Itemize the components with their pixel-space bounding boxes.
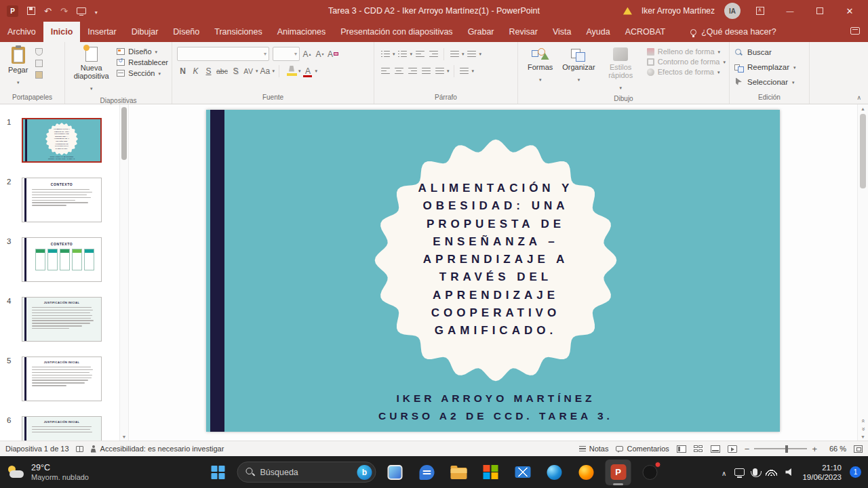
- taskbar-app-chat[interactable]: [414, 460, 440, 485]
- taskbar-app-mail[interactable]: [510, 460, 536, 485]
- font-color-dropdown-icon[interactable]: [315, 65, 317, 77]
- microphone-icon[interactable]: [753, 468, 757, 476]
- slide-subtitle[interactable]: IKER ARROYO MARTÍNEZ CURSO A2 DE CCD. TA…: [310, 390, 682, 425]
- tab-insertar[interactable]: Insertar: [80, 22, 123, 42]
- highlight-color-icon[interactable]: [287, 66, 297, 77]
- accessibility-status[interactable]: Accesibilidad: es necesario investigar: [90, 445, 224, 453]
- tab-ayuda[interactable]: Ayuda: [578, 22, 617, 42]
- case-dropdown-icon[interactable]: [272, 65, 275, 77]
- reading-view-button[interactable]: [711, 445, 720, 453]
- taskbar-app-photos[interactable]: [382, 460, 408, 485]
- taskbar-app-file-explorer[interactable]: [446, 460, 472, 485]
- shape-fill-button[interactable]: Relleno de forma: [647, 47, 726, 56]
- notification-count-badge[interactable]: 1: [850, 466, 861, 478]
- shrink-font-button[interactable]: A▾: [314, 47, 326, 60]
- paste-button[interactable]: Pegar: [5, 45, 31, 92]
- shape-effects-button[interactable]: Efectos de forma: [647, 68, 726, 76]
- find-button[interactable]: Buscar: [734, 45, 806, 59]
- shapes-button[interactable]: Formas: [523, 45, 557, 94]
- next-slide-icon[interactable]: [861, 426, 865, 432]
- tell-me-search[interactable]: ¿Qué desea hacer?: [690, 22, 776, 42]
- convert-smartart-icon[interactable]: [460, 68, 469, 75]
- normal-view-button[interactable]: [677, 445, 686, 453]
- tab-inicio[interactable]: Inicio: [43, 22, 81, 42]
- account-name[interactable]: Iker Arroyo Martínez: [642, 6, 715, 16]
- collapse-ribbon-icon[interactable]: [856, 94, 861, 101]
- font-color-button[interactable]: A: [302, 64, 313, 77]
- bold-button[interactable]: N: [177, 64, 189, 77]
- select-button[interactable]: Seleccionar: [734, 75, 806, 89]
- text-shadow-button[interactable]: S: [230, 64, 241, 77]
- canvas-scroll-down-icon[interactable]: [861, 434, 865, 439]
- slideshow-view-button[interactable]: [728, 445, 737, 453]
- columns-icon[interactable]: [435, 68, 444, 75]
- underline-button[interactable]: S: [203, 64, 214, 77]
- canvas-scrollbar[interactable]: [857, 104, 868, 441]
- volume-icon[interactable]: [785, 468, 794, 476]
- justify-icon[interactable]: [422, 68, 431, 75]
- alert-icon[interactable]: [623, 7, 632, 15]
- save-icon[interactable]: [27, 7, 35, 15]
- zoom-slider[interactable]: [754, 448, 807, 449]
- thumbnail-slide-5[interactable]: JUSTIFICACIÓN INICIAL: [22, 357, 102, 401]
- slide-layout-button[interactable]: Diseño: [117, 47, 168, 56]
- grow-font-button[interactable]: A▴: [301, 47, 313, 60]
- clear-formatting-button[interactable]: A: [327, 47, 339, 60]
- zoom-in-icon[interactable]: +: [812, 444, 817, 454]
- taskbar-app-powerpoint[interactable]: [606, 460, 631, 485]
- ribbon-display-options-button[interactable]: [750, 0, 770, 22]
- spacing-dropdown-icon[interactable]: [256, 65, 258, 77]
- zoom-slider-thumb[interactable]: [785, 445, 788, 453]
- canvas-scroll-up-icon[interactable]: [858, 104, 868, 111]
- spell-check-icon[interactable]: [76, 446, 83, 452]
- change-case-button[interactable]: Aa: [259, 64, 271, 77]
- quick-styles-button[interactable]: Estilos rápidos: [600, 45, 642, 94]
- restore-button[interactable]: [810, 0, 830, 22]
- align-right-icon[interactable]: [408, 68, 417, 75]
- align-left-icon[interactable]: [381, 68, 390, 75]
- format-painter-icon[interactable]: [35, 71, 43, 79]
- arrange-button[interactable]: Organizar: [557, 45, 599, 94]
- align-center-icon[interactable]: [395, 68, 403, 75]
- fit-to-window-icon[interactable]: [854, 445, 863, 453]
- zoom-out-icon[interactable]: −: [745, 444, 750, 454]
- tab-diseno[interactable]: Diseño: [165, 22, 207, 42]
- numbering-icon[interactable]: [398, 51, 407, 58]
- taskbar-app-firefox[interactable]: [574, 460, 599, 485]
- tab-animaciones[interactable]: Animaciones: [270, 22, 334, 42]
- close-button[interactable]: [840, 0, 860, 22]
- notes-button[interactable]: Notas: [579, 445, 609, 453]
- feedback-icon[interactable]: [850, 27, 860, 35]
- tab-transiciones[interactable]: Transiciones: [207, 22, 269, 42]
- paste-dropdown-icon[interactable]: [17, 76, 20, 88]
- previous-slide-icon[interactable]: [861, 418, 865, 424]
- start-slideshow-icon[interactable]: [77, 7, 86, 14]
- tab-grabar[interactable]: Grabar: [460, 22, 502, 42]
- customize-toolbar-icon[interactable]: [95, 5, 98, 17]
- taskbar-app-edge[interactable]: [542, 460, 568, 485]
- avatar[interactable]: IA: [724, 3, 741, 19]
- start-button[interactable]: [205, 460, 231, 485]
- font-name-select[interactable]: [177, 47, 269, 61]
- slide-sorter-view-button[interactable]: [694, 445, 703, 453]
- slide-canvas[interactable]: ALIMENTACIÓN Y OBESIDAD: UNA PROPUESTA D…: [206, 110, 780, 432]
- line-spacing-icon[interactable]: [450, 51, 459, 58]
- undo-icon[interactable]: [44, 7, 52, 16]
- tab-acrobat[interactable]: ACROBAT: [618, 22, 673, 42]
- bullets-icon[interactable]: [381, 51, 390, 58]
- italic-button[interactable]: K: [190, 64, 201, 77]
- tab-presentacion[interactable]: Presentación con diapositivas: [333, 22, 460, 42]
- decrease-indent-icon[interactable]: [416, 51, 425, 58]
- cut-icon[interactable]: [35, 48, 43, 56]
- copy-icon[interactable]: [35, 60, 43, 67]
- thumbnail-slide-3[interactable]: CONTEXTO: [22, 237, 102, 282]
- font-size-select[interactable]: [273, 47, 300, 61]
- minimize-button[interactable]: [780, 0, 800, 22]
- thumbnail-scroll-down-icon[interactable]: [120, 434, 128, 439]
- highlight-dropdown-icon[interactable]: [298, 65, 301, 77]
- text-direction-icon[interactable]: [467, 51, 476, 58]
- hidden-icons-chevron-icon[interactable]: [722, 466, 726, 479]
- slide-counter[interactable]: Diapositiva 1 de 13: [5, 445, 69, 453]
- shape-outline-button[interactable]: Contorno de forma: [647, 58, 726, 66]
- weather-widget[interactable]: 29°C Mayorm. nublado: [7, 463, 89, 482]
